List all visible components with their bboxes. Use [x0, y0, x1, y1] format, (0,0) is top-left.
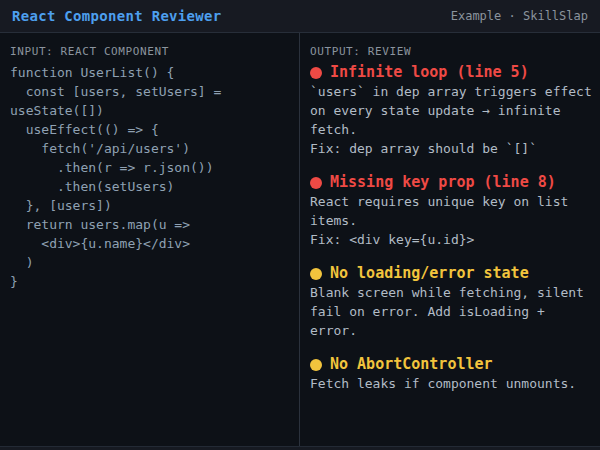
- issue-item: No loading/error state Blank screen whil…: [310, 264, 596, 340]
- issue-heading: Missing key prop (line 8): [310, 173, 596, 192]
- header-meta: Example · SkillSlap: [451, 9, 588, 23]
- severity-dot-icon: [310, 268, 322, 280]
- issue-title: Infinite loop (line 5): [330, 63, 529, 82]
- issue-body: React requires unique key on list items.…: [310, 192, 596, 249]
- issue-body: `users` in dep array triggers effect on …: [310, 82, 596, 158]
- issue-item: Missing key prop (line 8) React requires…: [310, 173, 596, 249]
- app-window: React Component Reviewer Example · Skill…: [0, 0, 600, 450]
- issue-title: No loading/error state: [330, 264, 529, 283]
- footer-strip: [0, 446, 600, 450]
- issues-list: Infinite loop (line 5) `users` in dep ar…: [310, 63, 596, 393]
- main-content: INPUT: REACT COMPONENT function UserList…: [0, 33, 600, 446]
- severity-dot-icon: [310, 177, 322, 189]
- severity-dot-icon: [310, 359, 322, 371]
- output-panel-label: OUTPUT: REVIEW: [310, 45, 596, 59]
- input-panel: INPUT: REACT COMPONENT function UserList…: [0, 33, 300, 446]
- issue-title: No AbortController: [330, 355, 493, 374]
- issue-heading: Infinite loop (line 5): [310, 63, 596, 82]
- input-panel-label: INPUT: REACT COMPONENT: [10, 45, 295, 59]
- issue-heading: No loading/error state: [310, 264, 596, 283]
- issue-item: Infinite loop (line 5) `users` in dep ar…: [310, 63, 596, 158]
- issue-body: Blank screen while fetching, silent fail…: [310, 283, 596, 340]
- app-header: React Component Reviewer Example · Skill…: [0, 0, 600, 33]
- issue-title: Missing key prop (line 8): [330, 173, 556, 192]
- issue-item: No AbortController Fetch leaks if compon…: [310, 355, 596, 393]
- issue-heading: No AbortController: [310, 355, 596, 374]
- page-title: React Component Reviewer: [12, 8, 222, 24]
- code-block: function UserList() { const [users, setU…: [10, 63, 295, 291]
- severity-dot-icon: [310, 67, 322, 79]
- output-panel: OUTPUT: REVIEW Infinite loop (line 5) `u…: [300, 33, 600, 446]
- issue-body: Fetch leaks if component unmounts.: [310, 374, 596, 393]
